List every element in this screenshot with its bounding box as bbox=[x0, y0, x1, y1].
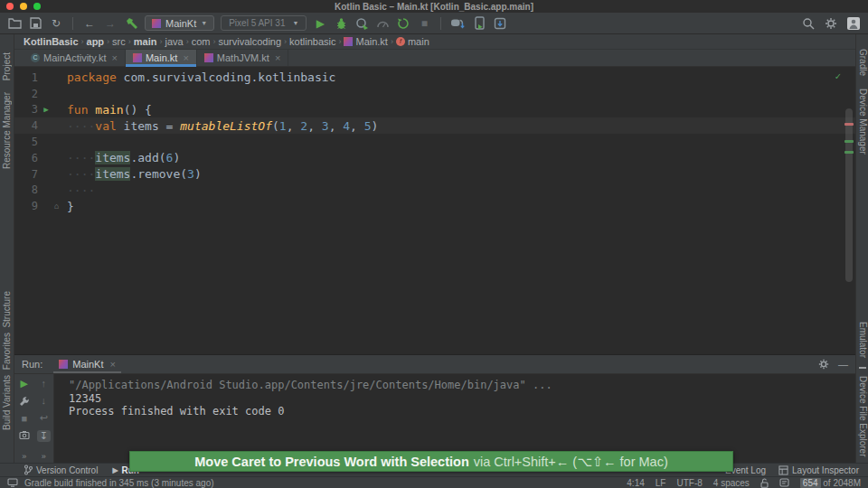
lock-icon[interactable] bbox=[760, 478, 769, 488]
breadcrumb-item[interactable]: main bbox=[132, 36, 159, 47]
line-number[interactable]: 7 bbox=[14, 168, 38, 181]
rerun-icon[interactable]: ▶ bbox=[21, 378, 28, 389]
code-line[interactable]: 5 bbox=[14, 134, 855, 150]
chevron-down-icon: ▼ bbox=[292, 20, 298, 26]
more-icons-chevron[interactable]: » bbox=[22, 452, 26, 461]
close-icon[interactable]: × bbox=[275, 52, 280, 63]
code-line[interactable]: 6····items.add(6) bbox=[14, 150, 855, 166]
debug-icon[interactable] bbox=[334, 15, 348, 32]
breadcrumb-item[interactable]: com bbox=[190, 36, 212, 47]
run-console-output[interactable]: "/Applications/Android Studio.app/Conten… bbox=[54, 374, 855, 463]
error-stripe-mark[interactable] bbox=[844, 123, 854, 126]
code-token: } bbox=[67, 200, 74, 213]
device-select[interactable]: Pixel 5 API 31 ▼ bbox=[221, 15, 307, 31]
breadcrumb-item[interactable]: fmain bbox=[394, 36, 431, 47]
tool-stripe-gradle[interactable]: Gradle bbox=[858, 49, 868, 76]
line-number[interactable]: 8 bbox=[14, 183, 38, 196]
breadcrumb-item[interactable]: app bbox=[85, 36, 107, 47]
change-stripe-mark[interactable] bbox=[844, 151, 854, 154]
hide-stripe-icon[interactable] bbox=[859, 367, 866, 369]
line-number[interactable]: 4 bbox=[14, 119, 38, 132]
back-icon[interactable]: ← bbox=[82, 15, 97, 32]
device-manager-icon[interactable] bbox=[472, 15, 486, 32]
stop-icon[interactable]: ■ bbox=[417, 15, 431, 32]
stop-icon[interactable]: ■ bbox=[21, 413, 27, 424]
code-line[interactable]: 9⌂} bbox=[14, 198, 855, 214]
editor-tab[interactable]: Main.kt× bbox=[126, 50, 197, 66]
run-icon[interactable]: ▶ bbox=[313, 15, 327, 32]
screenshot-icon[interactable] bbox=[19, 430, 30, 439]
sync-icon[interactable]: ↻ bbox=[49, 15, 63, 32]
tool-stripe-favorites[interactable]: Favorites bbox=[2, 333, 12, 370]
caret-position[interactable]: 4:14 bbox=[627, 478, 644, 488]
file-encoding[interactable]: UTF-8 bbox=[676, 478, 702, 488]
editor-tab[interactable]: MathJVM.kt× bbox=[197, 50, 289, 66]
apply-changes-icon[interactable] bbox=[396, 15, 410, 32]
line-number[interactable]: 9 bbox=[14, 200, 38, 212]
change-stripe-mark[interactable] bbox=[844, 140, 854, 143]
inspections-ok-icon[interactable]: ✓ bbox=[835, 70, 841, 82]
profiler-gauge-icon[interactable] bbox=[375, 15, 390, 32]
status-message[interactable]: Gradle build finished in 345 ms (3 minut… bbox=[24, 478, 214, 488]
breadcrumb-item[interactable]: survivalcoding bbox=[216, 36, 283, 47]
code-line[interactable]: 1package com.survivalcoding.kotlinbasic bbox=[14, 70, 855, 86]
code-line[interactable]: 2 bbox=[14, 86, 855, 102]
tool-stripe-structure[interactable]: Structure bbox=[2, 291, 12, 328]
close-icon[interactable]: × bbox=[183, 52, 188, 63]
code-line[interactable]: 8···· bbox=[14, 183, 855, 199]
open-icon[interactable] bbox=[7, 15, 22, 32]
code-line[interactable]: 3▶fun main() { bbox=[14, 102, 855, 118]
tool-stripe-resource-manager[interactable]: Resource Manager bbox=[2, 92, 12, 169]
wrench-icon[interactable] bbox=[19, 396, 30, 407]
editor-scrollbar[interactable] bbox=[845, 108, 853, 282]
breadcrumb-item[interactable]: kotlinbasic bbox=[288, 36, 337, 47]
sdk-manager-icon[interactable] bbox=[493, 15, 507, 32]
line-number[interactable]: 3 bbox=[14, 103, 38, 116]
tool-stripe-device-file-explorer[interactable]: Device File Explorer bbox=[858, 376, 868, 456]
line-number[interactable]: 2 bbox=[14, 88, 38, 100]
line-number[interactable]: 6 bbox=[14, 152, 38, 164]
indent-setting[interactable]: 4 spaces bbox=[713, 478, 750, 488]
breadcrumb-item[interactable]: java bbox=[163, 36, 184, 47]
search-icon[interactable] bbox=[801, 15, 816, 32]
code-editor[interactable]: 1package com.survivalcoding.kotlinbasic2… bbox=[14, 67, 855, 354]
run-configuration-select[interactable]: MainKt ▼ bbox=[145, 15, 214, 31]
minimize-panel-icon[interactable]: — bbox=[838, 359, 848, 370]
more-icons-chevron[interactable]: » bbox=[42, 452, 46, 461]
close-icon[interactable]: × bbox=[111, 52, 117, 63]
run-line-icon[interactable]: ▶ bbox=[43, 105, 48, 114]
forward-icon[interactable]: → bbox=[103, 15, 118, 32]
save-icon[interactable] bbox=[28, 15, 42, 32]
run-console-tab[interactable]: MainKt × bbox=[53, 355, 121, 373]
tool-stripe-emulator[interactable]: Emulator bbox=[858, 322, 868, 358]
tool-button-layout-inspector[interactable]: Layout Inspector bbox=[778, 465, 859, 475]
tool-stripe-project[interactable]: Project bbox=[2, 52, 12, 80]
tool-stripe-build-variants[interactable]: Build Variants bbox=[2, 375, 12, 430]
code-line[interactable]: 7····items.remove(3) bbox=[14, 166, 855, 183]
tool-button-version-control[interactable]: Version Control bbox=[24, 465, 98, 475]
close-icon[interactable]: × bbox=[110, 359, 116, 370]
settings-gear-icon[interactable] bbox=[824, 15, 838, 32]
gradle-sync-icon[interactable] bbox=[450, 15, 466, 32]
memory-indicator[interactable]: 654 of 2048M bbox=[800, 478, 861, 488]
notifications-icon[interactable] bbox=[779, 478, 789, 487]
soft-wrap-icon[interactable]: ↩ bbox=[40, 412, 48, 424]
scroll-to-end-icon[interactable]: ↧ bbox=[37, 430, 51, 442]
profile-app-icon[interactable] bbox=[354, 15, 369, 32]
breadcrumb-item[interactable]: Main.kt bbox=[342, 36, 389, 47]
line-number[interactable]: 1 bbox=[14, 71, 38, 84]
breadcrumb-item[interactable]: KotlinBasic bbox=[22, 36, 80, 47]
build-hammer-icon[interactable] bbox=[124, 15, 138, 32]
up-stack-icon[interactable]: ↑ bbox=[42, 378, 47, 389]
editor-tab[interactable]: CMainActivity.kt× bbox=[24, 50, 126, 66]
line-separator[interactable]: LF bbox=[656, 478, 666, 488]
run-configuration-label: MainKt bbox=[165, 18, 196, 29]
breadcrumb-item[interactable]: src bbox=[110, 36, 127, 47]
run-settings-gear-icon[interactable] bbox=[818, 359, 829, 370]
down-stack-icon[interactable]: ↓ bbox=[42, 395, 47, 406]
code-line[interactable]: 4····val items = mutableListOf(1, 2, 3, … bbox=[14, 117, 855, 134]
tool-stripe-device-manager[interactable]: Device Manager bbox=[858, 89, 868, 155]
line-number[interactable]: 5 bbox=[14, 136, 38, 148]
gutter-icons: ▶ bbox=[38, 105, 54, 114]
avatar[interactable] bbox=[846, 15, 861, 32]
